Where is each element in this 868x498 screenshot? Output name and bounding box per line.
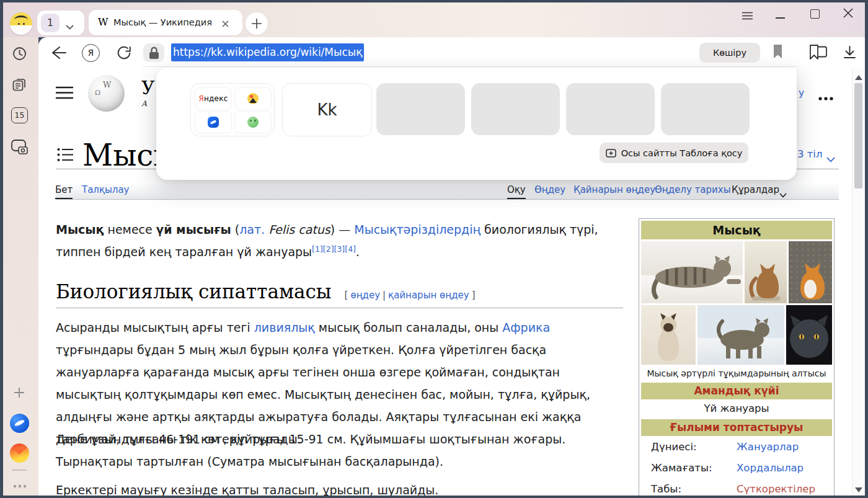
window-frame-bottom (0, 496, 868, 498)
taxonomy-label: Жамағаты: (641, 462, 737, 474)
tab-edit[interactable]: Өңдеу (534, 184, 565, 195)
scrollbar-up-button[interactable] (855, 75, 862, 80)
window-menu-icon[interactable] (742, 11, 753, 22)
chevron-down-icon (66, 20, 74, 32)
contents-icon[interactable] (57, 148, 74, 164)
taxonomy-label: Дүниесі: (641, 441, 737, 453)
libyan-cat-link[interactable]: ливиялық (254, 321, 315, 334)
tab-read-active-underline (507, 198, 526, 200)
cat-photo-dark-gray (786, 305, 832, 365)
latin-link[interactable]: лат. (239, 223, 265, 236)
omnibox-divider (143, 66, 797, 67)
yandex-search-mini-tile[interactable]: Яндекс (195, 87, 232, 110)
reference-link[interactable]: [1] (312, 244, 323, 254)
taxonomy-label: Табы: (641, 483, 737, 495)
status-header: Амандық күйі (641, 383, 832, 399)
taxonomy-row: Дүниесі: Жануарлар (641, 436, 832, 457)
phylum-link[interactable]: Хордалылар (737, 462, 804, 474)
taxonomy-header: Ғылыми топтастыруы (641, 419, 832, 436)
window-frame-left (0, 0, 3, 498)
maximize-icon[interactable] (810, 9, 820, 19)
tab-close-icon[interactable] (221, 19, 229, 30)
window-frame-top (0, 0, 868, 2)
tab-page[interactable]: Бет (55, 184, 73, 195)
calendar-icon[interactable]: 15 (11, 107, 28, 123)
create-account-link-partial[interactable]: у (799, 87, 804, 99)
chevron-down-icon[interactable] (826, 153, 835, 165)
refresh-icon[interactable] (116, 45, 132, 63)
cat-photo-tabby-snow (698, 305, 784, 365)
tab-talk[interactable]: Талқылау (82, 184, 130, 195)
new-tab-button[interactable] (246, 12, 268, 35)
header-more-icon[interactable] (818, 91, 833, 103)
close-icon[interactable] (843, 7, 854, 21)
tab-page-active-underline (55, 198, 73, 200)
tab-history[interactable]: Өңделу тарихы (655, 184, 730, 195)
lock-icon[interactable] (143, 43, 164, 62)
scrollbar-down-button[interactable] (855, 487, 862, 492)
edit-source-link[interactable]: қайнарын өңдеу (388, 290, 469, 301)
tab-read[interactable]: Оқу (507, 184, 526, 195)
reference-link[interactable]: [4] (345, 244, 356, 254)
tab-count-badge: 1 (41, 14, 60, 32)
tablo-placeholder-tile (661, 83, 750, 135)
tablo-placeholder-tile (471, 83, 560, 135)
cat-photo-ginger-white (789, 241, 832, 303)
history-icon[interactable] (12, 47, 27, 63)
download-icon[interactable] (842, 45, 857, 63)
browser-tab[interactable]: W Мысық — Уикипедия (89, 10, 242, 35)
taxonomy-row: Жамағаты: Хордалылар (641, 457, 832, 478)
yandex-browser-logo[interactable] (10, 414, 29, 433)
yandex-games-icon (247, 117, 259, 128)
copy-url-button[interactable]: Көшіру (699, 43, 760, 63)
felidae-link[interactable]: Мысықтәрізділердің (354, 223, 480, 236)
edit-link[interactable]: өңдеу (350, 290, 380, 301)
tab-tools[interactable]: Құралдар (732, 184, 779, 195)
plus-box-icon (606, 149, 616, 158)
yandex-mail-icon[interactable] (10, 443, 29, 463)
wiki-menu-icon[interactable] (56, 86, 73, 102)
reference-link[interactable]: [2] (323, 244, 334, 254)
yandex-games-mini-tile[interactable] (234, 111, 272, 133)
collections-icon[interactable] (808, 44, 828, 63)
scrollbar-thumb[interactable] (854, 83, 862, 189)
bookmark-icon[interactable] (773, 44, 783, 62)
wikipedia-favicon: W (98, 16, 108, 28)
yandex-browser-mini-tile[interactable] (195, 111, 232, 133)
tab-title: Мысық — Уикипедия (113, 17, 212, 27)
logo-glyph-omega: Ω (95, 89, 100, 97)
tab-group-counter[interactable]: 1 (37, 11, 84, 35)
screenshot-icon[interactable] (11, 139, 28, 158)
notes-icon[interactable] (12, 77, 27, 94)
status-value: Үй жануары (641, 399, 832, 418)
language-button[interactable]: 3 тіл (797, 148, 823, 160)
section-heading: Биологиялық сипаттамасы (56, 280, 332, 303)
yandex-images-mini-tile[interactable] (234, 87, 272, 110)
wikipedia-logo[interactable]: W Ω (88, 75, 125, 112)
add-to-tablo-button[interactable]: Осы сайтты Таблоға қосу (600, 143, 748, 163)
chevron-down-icon[interactable] (779, 189, 787, 200)
tagline-partial: А (141, 99, 147, 108)
minimize-icon[interactable] (776, 17, 785, 19)
sidebar-more-icon[interactable] (13, 479, 27, 491)
infobox-caption: Мысық әртүрлі тұқымдарының алтысы (641, 365, 832, 381)
yandex-images-icon (247, 93, 259, 104)
yandex-search-icon[interactable]: Я (82, 44, 100, 62)
profile-avatar[interactable] (10, 12, 32, 35)
tab-edit-source[interactable]: Қайнарын өңдеу (574, 184, 655, 195)
edit-section-links: [өңдеу|қайнарын өңдеу] (345, 290, 476, 301)
logo-glyph-w: W (103, 80, 111, 89)
kingdom-link[interactable]: Жануарлар (737, 441, 799, 453)
url-input[interactable]: https://kk.wikipedia.org/wiki/Мысық (171, 43, 364, 61)
class-link[interactable]: Сүткоректілер (737, 483, 815, 495)
reference-link[interactable]: [3] (334, 244, 345, 254)
yandex-services-tile[interactable]: Яндекс (190, 83, 275, 136)
back-icon[interactable] (50, 45, 67, 63)
add-panel-icon[interactable] (14, 387, 25, 401)
tablo-placeholder-tile (566, 83, 655, 135)
wordmark-partial: У (141, 77, 155, 99)
section-heading-row: Биологиялық сипаттамасы [өңдеу|қайнарын … (56, 280, 475, 303)
omnibox-dropdown: Яндекс Kk Осы сайтты Таблоға қосу (156, 68, 797, 180)
africa-link[interactable]: Африка (502, 321, 550, 334)
kk-wikipedia-tile[interactable]: Kk (282, 83, 372, 136)
